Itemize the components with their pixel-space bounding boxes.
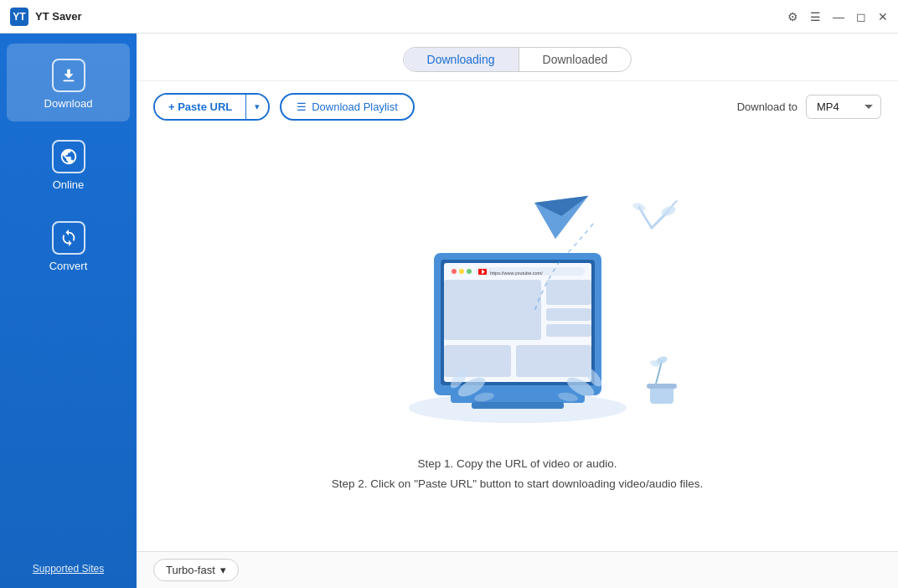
toolbar: + Paste URL ▾ ☰ Download Playlist Downlo… (137, 81, 898, 129)
menu-icon[interactable]: ☰ (810, 10, 821, 23)
online-svg-icon (59, 147, 78, 166)
playlist-icon: ☰ (297, 101, 307, 113)
turbo-label: Turbo-fast (166, 564, 215, 576)
svg-rect-13 (444, 280, 541, 340)
tab-downloading[interactable]: Downloading (404, 48, 519, 71)
svg-point-8 (467, 269, 472, 274)
titlebar: YT YT Saver ⚙ ☰ — ◻ ✕ (0, 0, 898, 34)
download-label: Download (44, 97, 93, 110)
step2-text: Step 2. Click on "Paste URL" button to s… (332, 474, 703, 494)
supported-sites-link[interactable]: Supported Sites (33, 563, 104, 575)
sidebar: Download Online Convert Supported Sites (0, 34, 137, 588)
tab-group: Downloading Downloaded (403, 47, 632, 72)
svg-text:https://www.youtube.com/: https://www.youtube.com/ (490, 271, 543, 276)
app-title: YT Saver (35, 10, 787, 23)
convert-icon-container (52, 221, 85, 255)
tab-downloaded[interactable]: Downloaded (519, 48, 632, 71)
logo-text: YT (13, 11, 25, 23)
svg-rect-16 (546, 324, 591, 337)
steps-text: Step 1. Copy the URL of video or audio. … (332, 454, 703, 495)
illustration-svg: https://www.youtube.com/ (342, 178, 694, 437)
tab-bar: Downloading Downloaded (137, 34, 898, 81)
svg-rect-30 (647, 384, 677, 389)
settings-icon[interactable]: ⚙ (787, 10, 798, 23)
restore-icon[interactable]: ◻ (856, 10, 866, 23)
online-icon-container (52, 140, 85, 173)
sidebar-item-online[interactable]: Online (7, 125, 130, 203)
convert-svg-icon (59, 229, 78, 247)
illustration-area: https://www.youtube.com/ (137, 129, 898, 551)
paste-url-group: + Paste URL ▾ (153, 93, 270, 121)
playlist-label: Download Playlist (312, 101, 398, 113)
download-to-section: Download to MP4 MP3 AVI MOV MKV (737, 95, 881, 119)
svg-point-7 (459, 269, 464, 274)
main-content: Downloading Downloaded + Paste URL ▾ ☰ D… (137, 34, 898, 588)
svg-point-6 (452, 269, 457, 274)
format-select[interactable]: MP4 MP3 AVI MOV MKV (806, 95, 881, 119)
download-svg-icon (59, 66, 78, 85)
bottom-bar: Turbo-fast ▾ (137, 551, 898, 588)
download-to-label: Download to (737, 101, 797, 113)
illustration-container: https://www.youtube.com/ (342, 178, 694, 446)
svg-point-28 (632, 201, 647, 212)
sidebar-item-download[interactable]: Download (7, 44, 130, 121)
svg-rect-15 (546, 308, 591, 321)
turbo-chevron-icon: ▾ (220, 564, 226, 576)
convert-label: Convert (49, 260, 88, 272)
online-label: Online (53, 178, 85, 191)
window-controls: ⚙ ☰ — ◻ ✕ (787, 10, 888, 23)
paste-url-button[interactable]: + Paste URL (155, 95, 245, 119)
turbo-fast-button[interactable]: Turbo-fast ▾ (153, 559, 239, 581)
download-playlist-button[interactable]: ☰ Download Playlist (280, 93, 415, 121)
step1-text: Step 1. Copy the URL of video or audio. (332, 454, 703, 474)
minimize-icon[interactable]: — (833, 10, 844, 23)
paste-url-dropdown-button[interactable]: ▾ (246, 95, 268, 119)
app-body: Download Online Convert Supported Sites (0, 34, 898, 588)
svg-rect-17 (444, 345, 511, 377)
svg-rect-2 (472, 402, 564, 409)
download-icon-container (52, 59, 85, 92)
svg-rect-14 (546, 280, 591, 305)
sidebar-item-convert[interactable]: Convert (7, 206, 130, 284)
svg-rect-18 (516, 345, 591, 377)
close-icon[interactable]: ✕ (878, 10, 888, 23)
app-logo: YT (10, 8, 28, 26)
